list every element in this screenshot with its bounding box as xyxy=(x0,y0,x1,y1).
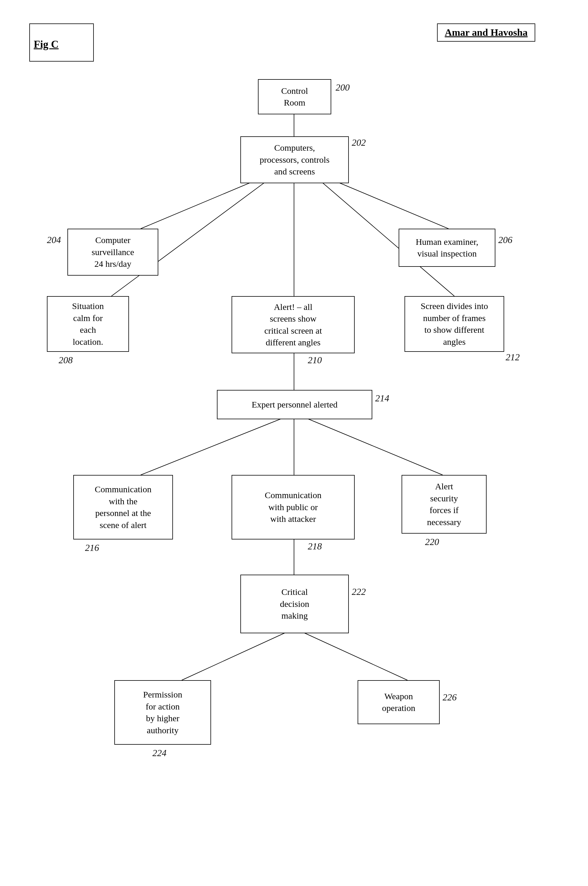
computers-label: Computers,processors, controlsand screen… xyxy=(260,142,330,178)
expert-alerted-box: Expert personnel alerted xyxy=(217,390,372,419)
ref-210: 210 xyxy=(308,355,322,366)
control-room-box: ControlRoom xyxy=(258,79,331,114)
permission-label: Permissionfor actionby higherauthority xyxy=(143,689,182,736)
situation-calm-label: Situationcalm foreachlocation. xyxy=(72,300,104,348)
author-box: Amar and Havosha xyxy=(437,24,535,42)
human-examiner-box: Human examiner,visual inspection xyxy=(399,229,495,267)
computers-box: Computers,processors, controlsand screen… xyxy=(240,136,349,183)
ref-212: 212 xyxy=(506,352,520,363)
critical-decision-label: Criticaldecisionmaking xyxy=(280,586,309,622)
human-examiner-label: Human examiner,visual inspection xyxy=(416,236,478,260)
svg-line-7 xyxy=(141,416,287,475)
ref-208: 208 xyxy=(58,355,73,366)
comm-personnel-box: Communicationwith thepersonnel at thesce… xyxy=(73,475,173,539)
ref-216: 216 xyxy=(85,542,99,553)
critical-decision-box: Criticaldecisionmaking xyxy=(240,575,349,633)
screen-divides-label: Screen divides intonumber of framesto sh… xyxy=(421,300,488,348)
svg-line-9 xyxy=(302,416,442,475)
ref-220: 220 xyxy=(425,536,439,547)
svg-line-11 xyxy=(182,632,287,680)
ref-222: 222 xyxy=(352,586,366,597)
comm-public-label: Communicationwith public orwith attacker xyxy=(265,489,321,525)
ref-224: 224 xyxy=(152,748,166,758)
situation-calm-box: Situationcalm foreachlocation. xyxy=(47,296,129,352)
fig-label: Fig C xyxy=(34,38,58,50)
alert-forces-label: Alertsecurityforces ifnecessary xyxy=(427,481,461,528)
computer-surveillance-label: Computersurveillance24 hrs/day xyxy=(92,234,134,270)
weapon-operation-label: Weaponoperation xyxy=(382,691,415,714)
flowchart-lines xyxy=(0,0,588,886)
author-text: Amar and Havosha xyxy=(445,27,528,38)
page: Fig C Amar and Havosha ControlRoom xyxy=(0,0,588,886)
ref-204: 204 xyxy=(47,234,61,245)
comm-public-box: Communicationwith public orwith attacker xyxy=(232,475,355,539)
ref-214: 214 xyxy=(375,393,389,404)
alert-forces-box: Alertsecurityforces ifnecessary xyxy=(402,475,487,534)
expert-alerted-label: Expert personnel alerted xyxy=(252,399,338,411)
weapon-operation-box: Weaponoperation xyxy=(358,680,440,724)
svg-line-12 xyxy=(302,632,408,680)
ref-202: 202 xyxy=(352,137,366,148)
ref-206: 206 xyxy=(498,234,512,245)
computer-surveillance-box: Computersurveillance24 hrs/day xyxy=(68,229,158,276)
alert-screens-box: Alert! – allscreens showcritical screen … xyxy=(232,296,355,353)
comm-personnel-label: Communicationwith thepersonnel at thesce… xyxy=(94,484,151,531)
screen-divides-box: Screen divides intonumber of framesto sh… xyxy=(405,296,504,352)
permission-box: Permissionfor actionby higherauthority xyxy=(114,680,211,745)
ref-200: 200 xyxy=(336,82,350,93)
alert-screens-label: Alert! – allscreens showcritical screen … xyxy=(264,301,322,348)
ref-218: 218 xyxy=(308,541,322,552)
control-room-label: ControlRoom xyxy=(281,85,308,109)
ref-226: 226 xyxy=(442,692,457,703)
